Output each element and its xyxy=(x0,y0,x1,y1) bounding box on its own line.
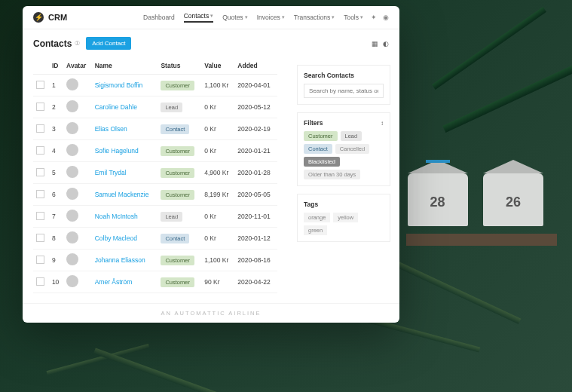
row-added: 2020-11-01 xyxy=(234,206,277,228)
mailbox: 26 xyxy=(483,173,543,226)
layout-toggle-icon[interactable]: ▦ xyxy=(372,40,378,47)
row-id: 2 xyxy=(49,96,63,118)
search-input[interactable] xyxy=(304,84,384,98)
more-icon[interactable]: ◐ xyxy=(383,40,389,47)
status-badge: Customer xyxy=(161,81,194,90)
row-checkbox[interactable] xyxy=(36,146,44,155)
filters-panel-title: Filters xyxy=(304,119,323,127)
column-header[interactable]: Added xyxy=(234,57,277,75)
filter-tag[interactable]: Cancelled xyxy=(335,144,369,154)
notifications-icon[interactable]: ✦ xyxy=(371,14,377,21)
status-badge: Contact xyxy=(161,234,189,243)
contact-name-link[interactable]: Emil Trydal xyxy=(95,169,127,176)
contact-name-link[interactable]: Sigismond Boffin xyxy=(95,81,143,89)
table-row: 6Samuel MackenzieCustomer8,199 Kr2020-05… xyxy=(33,184,277,206)
row-value: 0 Kr xyxy=(201,96,234,118)
row-checkbox[interactable] xyxy=(36,168,44,176)
filters-collapse-icon[interactable]: ↕ xyxy=(381,120,384,127)
filters-panel: Filters ↕ CustomerLeadContactCancelledBl… xyxy=(297,112,390,186)
row-value: 1,100 Kr xyxy=(201,75,234,96)
column-header[interactable]: ID xyxy=(49,57,63,75)
nav-item-quotes[interactable]: Quotes▾ xyxy=(222,14,247,21)
table-row: 7Noah McIntoshLead0 Kr2020-11-01 xyxy=(33,206,277,228)
contact-name-link[interactable]: Johanna Eliasson xyxy=(95,256,145,264)
contact-name-link[interactable]: Amer Åström xyxy=(95,278,133,286)
contact-name-link[interactable]: Colby Macleod xyxy=(95,234,137,242)
row-value: 4,900 Kr xyxy=(201,162,234,184)
brand-logo[interactable]: ⚡ CRM xyxy=(33,12,67,23)
table-row: 5Emil TrydalCustomer4,900 Kr2020-01-28 xyxy=(33,162,277,184)
row-id: 3 xyxy=(49,118,63,140)
chevron-down-icon: ▾ xyxy=(332,14,335,20)
avatar[interactable] xyxy=(66,188,78,200)
row-added: 2020-08-16 xyxy=(234,250,277,271)
filter-tag[interactable]: Older than 30 days xyxy=(304,170,360,179)
row-added: 2020-02-19 xyxy=(234,118,277,140)
avatar[interactable] xyxy=(66,122,78,134)
bolt-icon: ⚡ xyxy=(33,12,44,23)
row-id: 10 xyxy=(49,271,63,293)
tag-pill[interactable]: yellow xyxy=(333,213,358,222)
row-checkbox[interactable] xyxy=(36,212,44,220)
row-id: 7 xyxy=(49,206,63,228)
mailbox-number: 26 xyxy=(483,194,543,210)
search-panel-title: Search Contacts xyxy=(304,72,384,79)
row-value: 8,199 Kr xyxy=(201,184,234,206)
table-row: 2Caroline DahleLead0 Kr2020-05-12 xyxy=(33,96,277,118)
row-checkbox[interactable] xyxy=(36,103,44,111)
row-checkbox[interactable] xyxy=(36,234,44,242)
nav-item-tools[interactable]: Tools▾ xyxy=(344,14,363,21)
avatar[interactable] xyxy=(66,78,78,90)
status-badge: Customer xyxy=(161,256,194,265)
contact-name-link[interactable]: Samuel Mackenzie xyxy=(95,191,149,198)
row-checkbox[interactable] xyxy=(36,277,44,286)
user-circle-icon[interactable]: ◉ xyxy=(383,14,389,21)
row-added: 2020-05-12 xyxy=(234,96,277,118)
tag-pill[interactable]: orange xyxy=(304,213,330,222)
sidebar: Search Contacts Filters ↕ CustomerLeadCo… xyxy=(288,57,399,303)
avatar[interactable] xyxy=(66,100,78,112)
table-row: 1Sigismond BoffinCustomer1,100 Kr2020-04… xyxy=(33,75,277,96)
column-header[interactable]: Avatar xyxy=(63,57,92,75)
filter-tag[interactable]: Lead xyxy=(341,131,362,141)
add-contact-button[interactable]: Add Contact xyxy=(86,37,131,50)
nav-item-dashboard[interactable]: Dashboard xyxy=(143,14,175,21)
tags-panel: Tags orangeyellowgreen xyxy=(297,194,390,242)
contact-name-link[interactable]: Elias Olsen xyxy=(95,125,127,133)
row-value: 0 Kr xyxy=(201,140,234,162)
avatar[interactable] xyxy=(66,166,78,178)
nav-item-transactions[interactable]: Transactions▾ xyxy=(294,14,335,21)
contacts-table: IDAvatarNameStatusValueAdded 1Sigismond … xyxy=(33,57,277,293)
table-row: 9Johanna EliassonCustomer1,100 Kr2020-08… xyxy=(33,250,277,271)
row-checkbox[interactable] xyxy=(36,81,44,89)
footer-text: AN AUTOMATTIC AIRLINE xyxy=(23,303,399,323)
contact-name-link[interactable]: Caroline Dahle xyxy=(95,103,137,111)
mailbox: 28 xyxy=(408,173,468,226)
tag-pill[interactable]: green xyxy=(304,225,327,235)
row-checkbox[interactable] xyxy=(36,256,44,264)
contact-name-link[interactable]: Sofie Hagelund xyxy=(95,147,139,155)
column-header[interactable]: Name xyxy=(92,57,158,75)
avatar[interactable] xyxy=(66,275,78,287)
avatar[interactable] xyxy=(66,144,78,156)
chevron-down-icon: ▾ xyxy=(210,13,213,19)
row-checkbox[interactable] xyxy=(36,124,44,133)
row-id: 4 xyxy=(49,140,63,162)
column-header[interactable]: Status xyxy=(158,57,201,75)
filter-tag[interactable]: Customer xyxy=(304,131,338,141)
filter-tag[interactable]: Blacklisted xyxy=(304,157,340,167)
row-checkbox[interactable] xyxy=(36,190,44,198)
nav-item-contacts[interactable]: Contacts▾ xyxy=(184,12,214,23)
nav-item-invoices[interactable]: Invoices▾ xyxy=(257,14,285,21)
contact-name-link[interactable]: Noah McIntosh xyxy=(95,213,138,220)
filter-tag[interactable]: Contact xyxy=(304,144,332,154)
avatar[interactable] xyxy=(66,210,78,222)
avatar[interactable] xyxy=(66,231,78,243)
row-value: 0 Kr xyxy=(201,206,234,228)
row-added: 2020-04-22 xyxy=(234,271,277,293)
avatar[interactable] xyxy=(66,253,78,265)
column-header[interactable]: Value xyxy=(201,57,234,75)
table-row: 8Colby MacleodContact0 Kr2020-01-12 xyxy=(33,228,277,250)
mailbox-number: 28 xyxy=(408,194,468,210)
row-id: 8 xyxy=(49,228,63,250)
